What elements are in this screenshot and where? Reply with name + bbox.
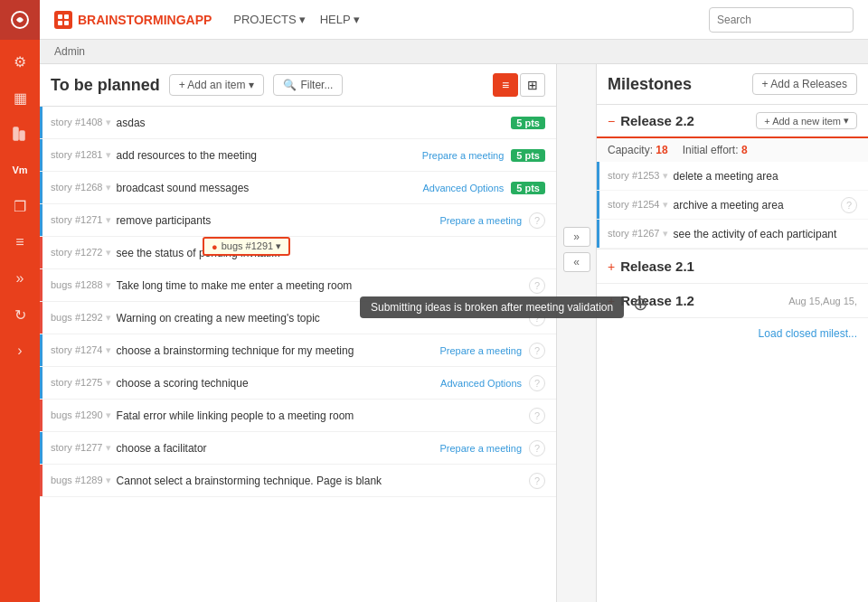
search-icon: 🔍 — [283, 79, 297, 91]
add-item-button[interactable]: + Add an item ▾ — [169, 74, 265, 96]
nav-projects[interactable]: PROJECTS ▾ — [233, 13, 305, 26]
brand-dot-icon — [54, 11, 72, 29]
svg-rect-6 — [64, 21, 69, 25]
breadcrumb: Admin — [40, 40, 868, 64]
story-border — [40, 367, 42, 399]
top-nav: BRAINSTORMINGAPP PROJECTS ▾ HELP ▾ — [40, 0, 868, 40]
story-border — [40, 334, 42, 366]
svg-rect-3 — [58, 14, 62, 19]
svg-rect-1 — [14, 127, 18, 140]
list-item: bugs #1288 ▾ Take long time to make me e… — [40, 269, 556, 302]
svg-rect-4 — [64, 14, 69, 19]
brand-text: BRAINSTORMINGAPP — [78, 13, 212, 27]
svg-rect-2 — [20, 131, 24, 140]
panel-title: To be planned — [51, 76, 160, 95]
story-border — [40, 204, 42, 236]
chevron-down-icon: ▾ — [299, 13, 306, 26]
sidebar-icon-refresh[interactable]: ↻ — [0, 296, 40, 333]
story-border — [40, 107, 42, 138]
release-add-item-button[interactable]: + Add a new item ▾ — [756, 112, 857, 129]
release-header-2-2: − Release 2.2 + Add a new item ▾ — [597, 105, 868, 138]
list-item: story #1281 ▾ add resources to the meeti… — [40, 139, 556, 172]
milestones-list: − Release 2.2 + Add a new item ▾ Capacit… — [597, 105, 868, 602]
release-plus-icon: + — [608, 294, 615, 308]
release-section-2-1: + Release 2.1 — [597, 249, 868, 284]
icon-sidebar: ⚙ ▦ Vm ❐ ≡ » ↻ › — [0, 0, 40, 602]
drag-icon: ● — [212, 241, 218, 252]
sidebar-icon-graph[interactable] — [0, 116, 40, 152]
story-border — [40, 172, 42, 203]
sidebar-icon-list[interactable]: ≡ — [0, 224, 40, 260]
release-meta: Capacity: 18 Initial effort: 8 — [597, 138, 868, 162]
list-item: story #1268 ▾ broadcast sound messages A… — [40, 172, 556, 204]
sidebar-icon-dashboard[interactable]: ▦ — [0, 80, 40, 116]
release-name: Release 1.2 — [620, 293, 788, 308]
story-border — [40, 465, 42, 496]
load-more-button[interactable]: Load closed milest... — [597, 318, 868, 349]
grid-view-button[interactable]: ⊞ — [520, 73, 545, 97]
main-wrapper: BRAINSTORMINGAPP PROJECTS ▾ HELP ▾ Admin — [40, 0, 868, 602]
release-date: Aug 15, — [788, 296, 823, 306]
brand-name: BRAINSTORMINGAPP — [54, 11, 212, 29]
release-header-1-2[interactable]: + Release 1.2 Aug 15, Aug 15, — [597, 284, 868, 317]
release-section-1-2: + Release 1.2 Aug 15, Aug 15, — [597, 284, 868, 318]
list-view-button[interactable]: ≡ — [493, 73, 518, 97]
chevron-down-icon: ▾ — [249, 79, 254, 91]
move-left-button[interactable]: « — [563, 252, 590, 272]
content-area: To be planned + Add an item ▾ 🔍 Filter..… — [40, 64, 868, 602]
story-list: story #1408 ▾ asdas 5 pts story #1281 ▾ … — [40, 107, 556, 602]
filter-button[interactable]: 🔍 Filter... — [273, 74, 343, 96]
view-toggle: ≡ ⊞ — [493, 73, 545, 97]
search-input[interactable] — [709, 7, 854, 33]
list-item: story #1271 ▾ remove participants Prepar… — [40, 204, 556, 237]
right-panel: Milestones + Add a Releases − Release 2.… — [597, 64, 868, 602]
list-item: bugs #1289 ▾ Cannot select a brainstormi… — [40, 465, 556, 497]
move-right-button[interactable]: » — [563, 227, 590, 247]
story-border — [40, 269, 42, 301]
release-minus-icon: − — [608, 114, 615, 128]
list-item: story #1277 ▾ choose a facilitator Prepa… — [40, 432, 556, 465]
release-header-2-1[interactable]: + Release 2.1 — [597, 249, 868, 283]
chevron-down-icon: ▾ — [354, 13, 360, 26]
nav-links: PROJECTS ▾ HELP ▾ — [233, 13, 709, 26]
svg-rect-5 — [58, 21, 62, 25]
left-panel-header: To be planned + Add an item ▾ 🔍 Filter..… — [40, 64, 556, 107]
ms-border — [597, 162, 599, 190]
list-item: bugs #1290 ▾ Fatal error while linking p… — [40, 400, 556, 432]
left-panel: To be planned + Add an item ▾ 🔍 Filter..… — [40, 64, 557, 602]
milestones-title: Milestones — [608, 75, 752, 94]
nav-help[interactable]: HELP ▾ — [320, 13, 360, 26]
story-border — [40, 432, 42, 464]
sidebar-icon-vm[interactable]: Vm — [0, 152, 40, 188]
app-container: ⚙ ▦ Vm ❐ ≡ » ↻ › — [0, 0, 868, 602]
transfer-arrows-panel: » « — [557, 64, 597, 602]
release-section-2-2: − Release 2.2 + Add a new item ▾ Capacit… — [597, 105, 868, 249]
chevron-down-icon: ▾ — [844, 115, 849, 127]
ms-border — [597, 191, 599, 219]
milestone-story-item: story #1253 ▾ delete a meeting area — [597, 162, 868, 191]
release-name: Release 2.2 — [620, 113, 756, 128]
story-border — [40, 302, 42, 334]
list-item: story #1272 ▾ see the status of pending … — [40, 237, 556, 269]
brand-logo-icon[interactable] — [0, 0, 40, 40]
drag-item: ● bugs #1291 ▾ — [203, 237, 290, 256]
story-border — [40, 237, 42, 268]
release-plus-icon: + — [608, 259, 615, 274]
milestones-header: Milestones + Add a Releases — [597, 64, 868, 105]
list-item: story #1274 ▾ choose a brainstorming tec… — [40, 334, 556, 367]
milestone-story-item: story #1254 ▾ archive a meeting area ? — [597, 191, 868, 220]
story-border — [40, 400, 42, 431]
sidebar-icon-settings[interactable]: ⚙ — [0, 43, 40, 80]
ms-border — [597, 220, 599, 248]
sidebar-icon-more[interactable]: » — [0, 260, 40, 296]
story-border — [40, 139, 42, 171]
list-item: story #1275 ▾ choose a scoring technique… — [40, 367, 556, 400]
sidebar-icon-copy[interactable]: ❐ — [0, 188, 40, 224]
list-item: bugs #1292 ▾ Warning on creating a new m… — [40, 302, 556, 334]
list-item: story #1408 ▾ asdas 5 pts — [40, 107, 556, 139]
release-name: Release 2.1 — [620, 259, 857, 274]
milestone-story-item: story #1267 ▾ see the activity of each p… — [597, 220, 868, 249]
sidebar-icon-expand[interactable]: › — [0, 333, 40, 369]
add-releases-button[interactable]: + Add a Releases — [752, 73, 857, 95]
